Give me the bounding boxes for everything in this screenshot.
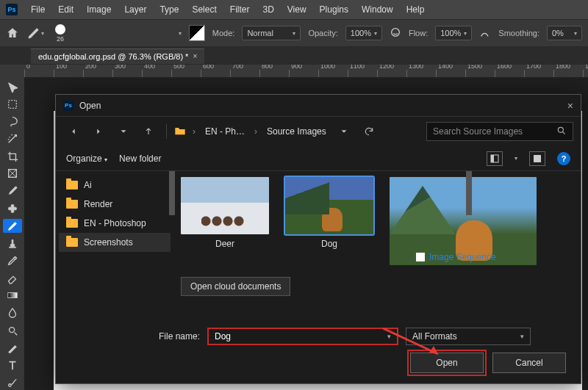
menu-plugins[interactable]: Plugins [314,2,354,17]
opacity-select[interactable]: 100% ▾ [345,26,382,40]
close-icon[interactable]: × [567,100,573,112]
document-tab[interactable]: edu.gcfglobal.org.psd @ 76.3% (RGB/8) * … [31,48,204,64]
chevron-down-icon: ▾ [293,30,295,37]
home-icon[interactable] [6,26,19,40]
nav-forward-button[interactable] [88,121,109,142]
file-format-select[interactable]: All Formats ▾ [406,328,531,345]
file-list: DeerDog Open cloud documents Image Seque… [173,171,581,319]
tree-item-label: EN - Photoshop [84,218,146,228]
photoshop-logo-icon: Ps [63,101,74,111]
menu-file[interactable]: File [25,2,51,17]
nav-recent-button[interactable] [113,121,134,142]
tool-move[interactable] [3,79,22,94]
brush-size-preview[interactable]: 26 [51,24,69,43]
tree-item[interactable]: EN - Photoshop [59,214,171,233]
organize-button[interactable]: Organize ▾ [66,154,107,164]
chevron-down-icon: ▾ [464,30,467,37]
tree-item[interactable]: Render [59,195,171,214]
pressure-opacity-icon[interactable] [390,26,401,40]
chevron-down-icon[interactable]: ▾ [179,30,182,37]
folder-icon [174,126,186,138]
nav-back-button[interactable] [63,121,84,142]
close-tab-icon[interactable]: × [193,52,197,60]
scrollbar-thumb[interactable] [466,171,472,215]
tool-heal[interactable] [3,201,22,216]
thumbnail-caption: Deer [215,239,234,249]
svg-point-7 [9,327,14,332]
tool-history[interactable] [3,253,22,268]
opacity-value: 100% [351,29,371,37]
thumbnail-image [285,177,373,234]
menu-3d[interactable]: 3D [257,2,279,17]
tool-dodge[interactable] [3,323,22,338]
airbrush-icon[interactable] [479,26,491,40]
menu-select[interactable]: Select [186,2,222,17]
tree-item[interactable]: Ai [59,176,171,195]
tool-preset-picker[interactable]: ▾ [26,26,44,40]
tool-stamp[interactable] [3,236,22,250]
svg-rect-4 [11,205,14,213]
checkbox-icon[interactable] [416,253,425,261]
menu-edit[interactable]: Edit [52,2,79,17]
flow-select[interactable]: 100% ▾ [435,26,472,40]
file-format-value: All Formats [412,331,457,342]
smoothing-label: Smoothing: [498,29,539,37]
cancel-button[interactable]: Cancel [492,353,566,373]
new-folder-button[interactable]: New folder [119,154,161,164]
tool-type[interactable] [3,358,22,373]
dialog-search-input[interactable]: Search Source Images [426,122,573,141]
opacity-label: Opacity: [308,29,337,37]
dialog-nav-row: › EN - Ph… › Source Images Search Source… [56,117,581,146]
refresh-button[interactable] [359,121,379,142]
breadcrumb-item[interactable]: Source Images [264,126,329,137]
folder-tree: AiRenderEN - PhotoshopScreenshots [56,171,173,319]
file-thumbnail[interactable]: Dog [285,177,373,249]
breadcrumb-dropdown[interactable] [334,121,354,142]
menu-view[interactable]: View [282,2,312,17]
nav-up-button[interactable] [138,121,159,142]
tool-path[interactable] [3,375,22,390]
chevron-down-icon[interactable]: ▾ [387,333,391,340]
tool-panel [0,65,24,390]
tool-frame[interactable] [3,167,22,181]
open-cloud-documents-button[interactable]: Open cloud documents [181,277,290,296]
tool-wand[interactable] [3,131,22,146]
tree-item[interactable]: Screenshots [59,233,171,252]
image-sequence-option[interactable]: Image Sequence [416,252,496,262]
tool-pen[interactable] [3,341,22,355]
view-mode-button[interactable] [487,151,503,166]
tool-marquee[interactable] [3,97,22,112]
svg-point-8 [8,384,11,387]
tool-lasso[interactable] [3,114,22,129]
breadcrumb-item[interactable]: EN - Ph… [202,126,248,137]
blend-mode-select[interactable]: Normal ▾ [242,26,301,40]
tool-crop[interactable] [3,149,22,164]
smoothing-select[interactable]: 0% ▾ [547,26,582,40]
tool-eraser[interactable] [3,271,22,286]
open-button[interactable]: Open [410,353,484,373]
preview-pane-button[interactable] [529,151,545,166]
file-thumbnail[interactable]: Deer [181,177,269,249]
menu-window[interactable]: Window [356,2,399,17]
tool-eyedrop[interactable] [3,184,22,198]
help-icon[interactable]: ? [557,152,570,165]
menu-help[interactable]: Help [401,2,431,17]
menu-filter[interactable]: Filter [224,2,256,17]
tool-blur[interactable] [3,306,22,320]
folder-icon [66,219,78,228]
tool-gradient[interactable] [3,289,22,303]
blend-mode-value: Normal [247,29,273,37]
chevron-down-icon[interactable]: ▾ [514,155,517,162]
menu-layer[interactable]: Layer [118,2,152,17]
tree-item-label: Ai [84,180,92,190]
menu-image[interactable]: Image [81,2,117,17]
brush-settings-icon[interactable] [189,25,205,41]
chevron-down-icon: ▾ [41,30,44,37]
menu-type[interactable]: Type [154,2,184,17]
tool-brush[interactable] [3,219,22,234]
dialog-title: Open [79,101,101,111]
scrollbar-thumb[interactable] [169,171,175,215]
filename-input[interactable]: Dog ▾ [207,328,398,345]
horizontal-ruler: 0100200300400500600700800900100011001200… [24,65,588,78]
thumbnail-image [181,177,269,234]
